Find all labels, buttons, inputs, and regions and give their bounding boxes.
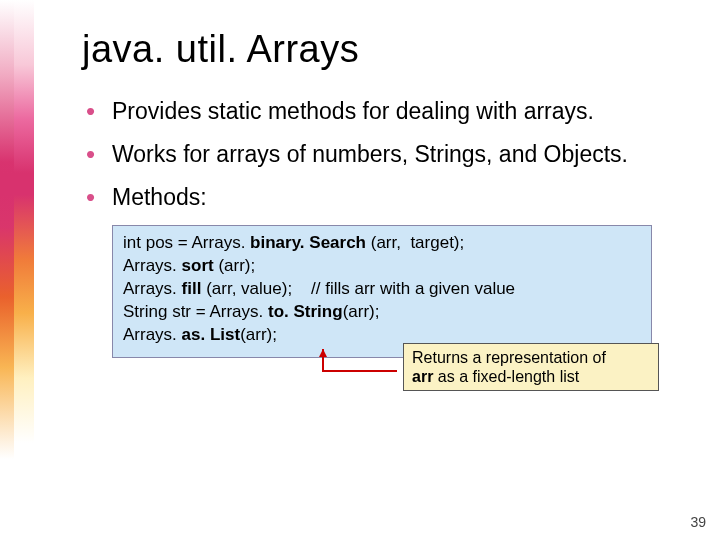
callout-line: arr as a fixed-length list xyxy=(412,367,650,386)
slide-content: java. util. Arrays Provides static metho… xyxy=(34,0,720,540)
bullet-text: Methods: xyxy=(112,184,207,210)
bullet-item: Works for arrays of numbers, Strings, an… xyxy=(82,140,688,169)
slide-title: java. util. Arrays xyxy=(82,28,688,71)
code-line: Arrays. sort (arr); xyxy=(123,255,641,278)
bullet-item: Provides static methods for dealing with… xyxy=(82,97,688,126)
bullet-item: Methods: xyxy=(82,183,688,212)
decorative-side-gradient xyxy=(0,0,34,540)
code-box: int pos = Arrays. binary. Search (arr, t… xyxy=(112,225,652,358)
code-line: String str = Arrays. to. String(arr); xyxy=(123,301,641,324)
bullet-list: Provides static methods for dealing with… xyxy=(82,97,688,211)
bullet-text: Provides static methods for dealing with… xyxy=(112,98,594,124)
bullet-text: Works for arrays of numbers, Strings, an… xyxy=(112,141,628,167)
page-number: 39 xyxy=(690,514,706,530)
code-line: Arrays. fill (arr, value); // fills arr … xyxy=(123,278,641,301)
callout-box: Returns a representation of arr as a fix… xyxy=(403,343,659,391)
code-line: int pos = Arrays. binary. Search (arr, t… xyxy=(123,232,641,255)
callout-line: Returns a representation of xyxy=(412,348,650,367)
